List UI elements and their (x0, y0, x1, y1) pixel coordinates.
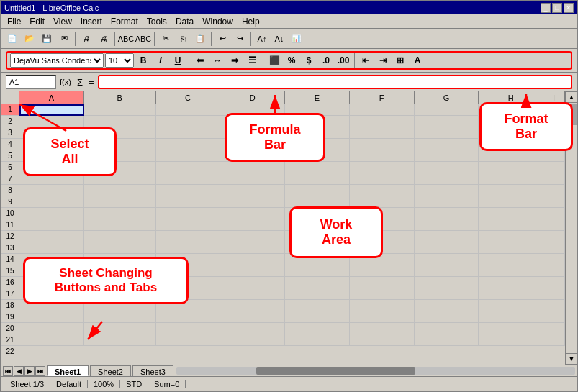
save-button[interactable]: 💾 (39, 31, 55, 47)
menu-file[interactable]: File (3, 15, 25, 28)
col-header-g[interactable]: G (415, 91, 479, 104)
cell-d1[interactable] (220, 104, 285, 116)
minimize-button[interactable]: _ (541, 3, 551, 13)
col-header-d[interactable]: D (220, 91, 285, 104)
italic-button[interactable]: I (153, 53, 168, 68)
col-header-e[interactable]: E (285, 91, 350, 104)
email-button[interactable]: ✉ (56, 31, 72, 47)
sum-icon[interactable]: Σ (75, 77, 85, 88)
row-num-16[interactable]: 16 (1, 277, 19, 288)
format-decimal1-button[interactable]: .0 (318, 53, 334, 68)
col-header-h[interactable]: H (479, 91, 543, 104)
row-num-12[interactable]: 12 (1, 231, 19, 242)
sheet-tab-2[interactable]: Sheet2 (90, 365, 131, 376)
merge-cells-button[interactable]: ⬛ (266, 53, 282, 68)
highlight-button[interactable]: A (410, 53, 425, 68)
col-header-a[interactable]: A (19, 91, 84, 104)
row-num-21[interactable]: 21 (1, 334, 19, 346)
paste-button[interactable]: 📋 (192, 31, 208, 47)
format-decimal2-button[interactable]: .00 (335, 53, 351, 68)
copy-button[interactable]: ⎘ (175, 31, 191, 47)
justify-button[interactable]: ☰ (244, 53, 260, 68)
row-num-8[interactable]: 8 (1, 185, 19, 196)
sheet-tab-3[interactable]: Sheet3 (132, 365, 173, 376)
col-header-i[interactable]: I (543, 91, 565, 104)
cell-a1[interactable] (19, 104, 84, 116)
cell-a2[interactable] (19, 116, 84, 127)
menu-window[interactable]: Window (198, 15, 238, 28)
spell-button[interactable]: ABC (118, 31, 134, 47)
maximize-button[interactable]: □ (552, 3, 562, 13)
scroll-down-button[interactable]: ▼ (566, 353, 577, 365)
sheet-next-button[interactable]: ▶ (24, 366, 35, 376)
row-num-10[interactable]: 10 (1, 208, 19, 219)
row-num-14[interactable]: 14 (1, 254, 19, 265)
menu-tools[interactable]: Tools (143, 15, 171, 28)
cell-h1[interactable] (479, 104, 543, 116)
indent-increase-button[interactable]: ⇥ (375, 53, 391, 68)
row-num-3[interactable]: 3 (1, 127, 19, 139)
row-num-15[interactable]: 15 (1, 265, 19, 277)
underline-button[interactable]: U (170, 53, 186, 68)
cell-b1[interactable] (84, 104, 156, 116)
col-header-b[interactable]: B (84, 91, 156, 104)
row-num-1[interactable]: 1 (1, 104, 19, 116)
row-num-22[interactable]: 22 (1, 346, 19, 357)
indent-decrease-button[interactable]: ⇤ (358, 53, 374, 68)
menu-view[interactable]: View (49, 15, 76, 28)
horizontal-scroll-thumb[interactable] (256, 367, 416, 375)
row-num-9[interactable]: 9 (1, 196, 19, 208)
open-button[interactable]: 📂 (22, 31, 37, 47)
select-all-button[interactable] (1, 91, 19, 104)
row-num-17[interactable]: 17 (1, 288, 19, 300)
sheet-last-button[interactable]: ⏭ (35, 366, 45, 376)
font-selector[interactable]: DejaVu Sans Condense (10, 53, 104, 68)
align-right-button[interactable]: ➡ (227, 53, 243, 68)
scroll-up-button[interactable]: ▲ (566, 91, 577, 103)
menu-data[interactable]: Data (171, 15, 198, 28)
borders-button[interactable]: ⊞ (392, 53, 408, 68)
sort-asc-button[interactable]: A↑ (254, 31, 270, 47)
format-currency-button[interactable]: $ (301, 53, 317, 68)
cell-g1[interactable] (415, 104, 479, 116)
col-header-c[interactable]: C (156, 91, 221, 104)
cell-f1[interactable] (350, 104, 415, 116)
sheet-prev-button[interactable]: ◀ (14, 366, 24, 376)
row-num-2[interactable]: 2 (1, 116, 19, 127)
row-num-18[interactable]: 18 (1, 300, 19, 311)
menu-format[interactable]: Format (107, 15, 143, 28)
sheet-first-button[interactable]: ⏮ (3, 366, 13, 376)
vertical-scrollbar[interactable]: ▲ ▼ (565, 91, 577, 365)
font-size-selector[interactable]: 10 (105, 53, 134, 68)
row-num-7[interactable]: 7 (1, 173, 19, 185)
row-num-11[interactable]: 11 (1, 219, 19, 231)
equals-icon[interactable]: = (86, 77, 96, 88)
close-button[interactable]: ✕ (564, 3, 574, 13)
chart-button[interactable]: 📊 (289, 31, 304, 47)
row-num-19[interactable]: 19 (1, 311, 19, 323)
function-icon[interactable]: f(x) (58, 78, 73, 86)
sort-desc-button[interactable]: A↓ (271, 31, 287, 47)
align-left-button[interactable]: ⬅ (192, 53, 208, 68)
cell-e1[interactable] (285, 104, 350, 116)
cell-c1[interactable] (156, 104, 221, 116)
row-num-20[interactable]: 20 (1, 323, 19, 334)
row-num-5[interactable]: 5 (1, 150, 19, 162)
bold-button[interactable]: B (135, 53, 151, 68)
formula-input[interactable] (98, 75, 572, 89)
row-num-4[interactable]: 4 (1, 139, 19, 150)
undo-button[interactable]: ↩ (215, 31, 230, 47)
cut-button[interactable]: ✂ (158, 31, 173, 47)
print-button[interactable]: 🖨 (96, 31, 112, 47)
menu-help[interactable]: Help (238, 15, 264, 28)
align-center-button[interactable]: ↔ (209, 53, 225, 68)
col-header-f[interactable]: F (350, 91, 415, 104)
menu-insert[interactable]: Insert (76, 15, 107, 28)
new-button[interactable]: 📄 (4, 31, 20, 47)
sheet-tab-1[interactable]: Sheet1 (47, 365, 89, 376)
menu-edit[interactable]: Edit (25, 15, 49, 28)
format-number-button[interactable]: % (284, 53, 299, 68)
row-num-6[interactable]: 6 (1, 162, 19, 173)
cell-reference-input[interactable] (6, 75, 56, 89)
scroll-thumb[interactable] (566, 104, 577, 125)
